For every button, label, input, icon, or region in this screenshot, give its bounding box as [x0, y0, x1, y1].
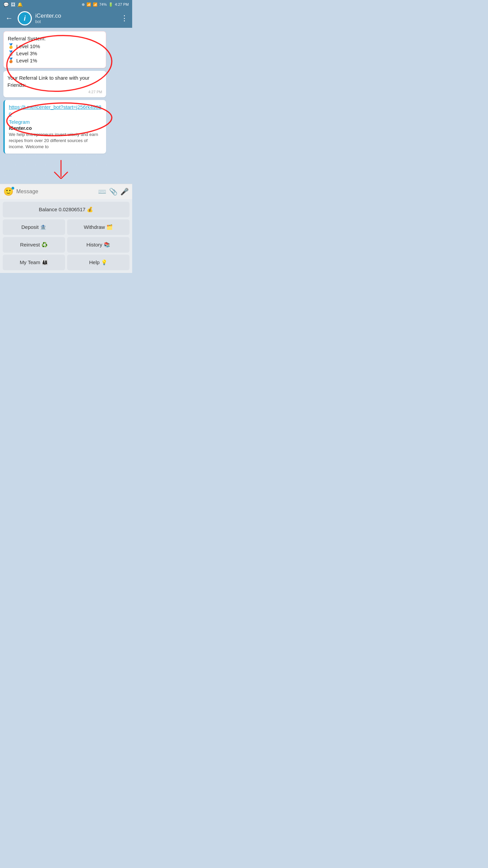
bot-buttons: Balance 0.02806517 💰 Deposit 🏦 Withdraw …: [0, 199, 132, 273]
contact-subtitle: bot: [35, 19, 117, 24]
mic-button[interactable]: 🎤: [120, 188, 129, 196]
battery-icon: 🔋: [108, 2, 113, 7]
wifi-icon: 📶: [86, 2, 91, 7]
top-bar: ← i iCenter.co bot ⋮: [0, 9, 132, 28]
referral-link-label-bubble: Your Referral Link to share with your Fr…: [3, 71, 106, 97]
contact-info: iCenter.co bot: [35, 13, 117, 24]
emoji-button[interactable]: 🙂: [3, 187, 14, 196]
silver-medal-icon: 🥈: [8, 50, 14, 56]
myteam-help-row: My Team 👨‍👩‍👧 Help 💡: [3, 255, 129, 270]
level3-item: 🥉 Level 1%: [8, 57, 102, 63]
reinvest-history-row: Reinvest ♻️ History 📚: [3, 237, 129, 253]
svg-line-4: [61, 172, 68, 179]
gallery-icon: 🖼: [11, 2, 15, 7]
message-input[interactable]: [16, 189, 95, 195]
messenger-icon: 💬: [3, 2, 9, 7]
url-bubble: https://t.me/icenter_bot?start=j256rk498…: [3, 100, 106, 154]
referral-link[interactable]: https://t.me/icenter_bot?start=j256rk498…: [9, 104, 101, 117]
help-button[interactable]: Help 💡: [67, 255, 129, 270]
clock: 4:27 PM: [115, 2, 129, 6]
emoji-dot: [12, 187, 14, 190]
svg-line-3: [54, 172, 61, 179]
preview-title: iCenter.co: [9, 125, 102, 131]
history-button[interactable]: History 📚: [67, 237, 129, 253]
deposit-withdraw-row: Deposit 🏦 Withdraw 🗂️: [3, 219, 129, 235]
avatar-letter: i: [19, 12, 31, 24]
attach-button[interactable]: 📎: [109, 188, 118, 196]
status-bar: 💬 🖼 🔔 ⊕ 📶 📶 74% 🔋 4:27 PM: [0, 0, 132, 9]
gold-medal-icon: 🥇: [8, 43, 14, 49]
status-right: ⊕ 📶 📶 74% 🔋 4:27 PM: [82, 2, 129, 7]
chat-area: Referral System: 🥇 Level 10% 🥈 Level 3% …: [0, 28, 132, 184]
myteam-button[interactable]: My Team 👨‍👩‍👧: [3, 255, 65, 270]
withdraw-button[interactable]: Withdraw 🗂️: [67, 219, 129, 235]
message-bar: 🙂 ⌨️ 📎 🎤: [0, 184, 132, 199]
back-button[interactable]: ←: [4, 13, 14, 24]
more-button[interactable]: ⋮: [121, 14, 128, 23]
deposit-button[interactable]: Deposit 🏦: [3, 219, 65, 235]
level1-item: 🥇 Level 10%: [8, 43, 102, 49]
balance-row: Balance 0.02806517 💰: [3, 202, 129, 217]
bubble-time: 4:27 PM: [7, 90, 102, 94]
telegram-label: Telegram: [9, 119, 102, 125]
signal-icon: 📶: [93, 2, 98, 7]
contact-name: iCenter.co: [35, 13, 117, 19]
notification-icon: 🔔: [17, 2, 23, 7]
add-network-icon: ⊕: [82, 2, 85, 7]
reinvest-button[interactable]: Reinvest ♻️: [3, 237, 65, 253]
battery-percent: 74%: [99, 2, 107, 6]
referral-link-text: Your Referral Link to share with your Fr…: [7, 74, 102, 88]
balance-button[interactable]: Balance 0.02806517 💰: [3, 202, 129, 217]
referral-title: Referral System:: [8, 35, 102, 42]
preview-text: We help entrepreneurs invest wisely and …: [9, 132, 102, 150]
avatar: i: [18, 11, 32, 25]
referral-bubble: Referral System: 🥇 Level 10% 🥈 Level 3% …: [3, 31, 106, 68]
status-left: 💬 🖼 🔔: [3, 2, 23, 7]
keyboard-button[interactable]: ⌨️: [98, 188, 106, 196]
bronze-medal-icon: 🥉: [8, 57, 14, 63]
level2-item: 🥈 Level 3%: [8, 50, 102, 56]
